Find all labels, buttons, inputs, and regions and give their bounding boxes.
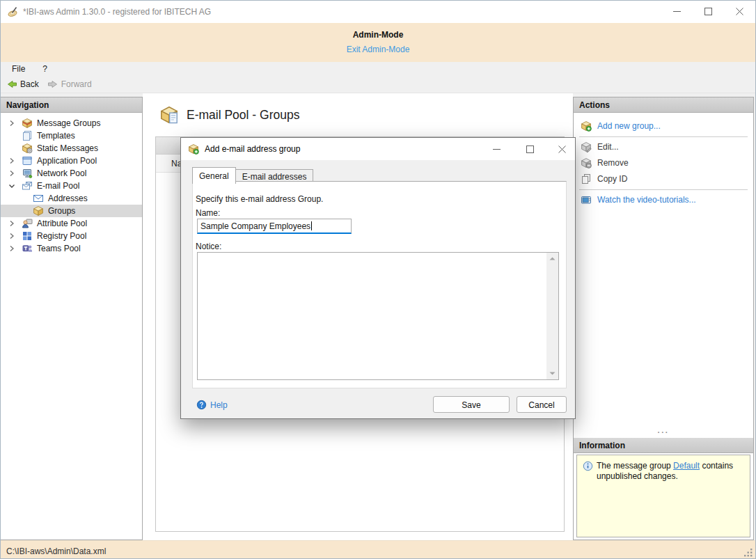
tree-item-teams-pool[interactable]: Teams Pool [1,242,142,255]
email-pool-icon [22,180,33,191]
save-button[interactable]: Save [433,396,510,413]
templates-icon [22,130,33,141]
resize-grip[interactable] [743,548,753,558]
back-button[interactable]: Back [2,77,43,91]
scroll-down-icon[interactable] [549,370,556,377]
static-messages-icon [22,143,33,154]
cancel-button[interactable]: Cancel [517,396,567,413]
copy-id-icon [581,173,592,184]
forward-arrow-icon [47,79,58,90]
tab-general[interactable]: General [192,167,236,184]
navigation-tree: Message Groups Templates Static Messages… [1,113,142,255]
chevron-right-icon[interactable] [6,168,17,179]
application-pool-icon [22,155,33,166]
forward-button[interactable]: Forward [43,77,96,91]
action-add-new-group[interactable]: Add new group... [574,118,753,134]
action-edit[interactable]: Edit... [574,139,753,155]
menu-help[interactable]: ? [36,63,54,75]
dialog-maximize-button[interactable] [517,140,543,158]
registry-pool-icon [22,230,33,242]
window-maximize-button[interactable] [693,1,724,22]
action-watch-video-tutorials[interactable]: Watch the video-tutorials... [574,192,753,207]
chevron-right-icon[interactable] [6,243,17,254]
help-link[interactable]: Help [196,400,228,410]
dialog-minimize-button[interactable] [483,140,510,158]
information-box: The message group Default contains unpub… [576,455,750,537]
panel-splitter-handle[interactable]: ··· [574,427,753,437]
tree-item-static-messages[interactable]: Static Messages [1,142,142,155]
dialog-close-button[interactable] [549,140,575,158]
menu-file[interactable]: File [6,63,31,75]
notice-label: Notice: [196,242,221,251]
add-email-address-group-dialog: Add e-mail address group General E-mail … [180,137,576,419]
tree-item-email-pool[interactable]: E-mail Pool [1,180,142,192]
navigation-panel: Navigation Message Groups Templates Stat… [1,97,143,540]
addresses-icon [33,193,44,204]
menu-bar: File ? [1,62,755,76]
attribute-pool-icon [22,218,33,229]
actions-separator [579,189,748,190]
navigation-header: Navigation [1,97,142,113]
actions-separator [579,136,748,137]
add-group-dialog-icon [188,143,199,155]
textarea-scrollbar[interactable] [546,253,558,379]
close-icon [736,8,743,15]
dialog-footer: Help Save Cancel [181,392,575,420]
window-minimize-button[interactable] [661,1,693,22]
edit-group-icon [581,141,592,152]
right-sidebar: Actions Add new group... Edit... Remove … [573,97,754,540]
remove-group-icon [581,157,592,168]
notice-textarea[interactable] [197,252,559,380]
app-icon [7,6,19,18]
action-copy-id[interactable]: Copy ID [574,171,753,187]
network-pool-icon [22,168,33,179]
minimize-icon [673,8,681,15]
tree-item-registry-pool[interactable]: Registry Pool [1,230,142,242]
page-heading: E-mail Pool - Groups [159,105,299,125]
groups-icon [33,205,44,216]
back-label: Back [20,79,39,89]
toolbar: Back Forward [1,76,755,93]
status-bar: C:\IBI-aws\Admin\Data.xml [1,540,755,559]
window-close-button[interactable] [724,1,755,22]
tree-item-attribute-pool[interactable]: Attribute Pool [1,217,142,230]
information-header: Information [574,438,753,453]
admin-mode-banner: Admin-Mode Exit Admin-Mode [1,23,755,62]
tree-item-addresses[interactable]: Addresses [1,192,142,205]
tv-icon [581,194,592,205]
minimize-icon [493,145,501,153]
information-message: The message group Default contains unpub… [597,461,744,482]
tree-item-groups[interactable]: Groups [1,205,142,217]
chevron-right-icon[interactable] [6,218,17,229]
teams-pool-icon [22,243,33,254]
forward-label: Forward [61,79,92,89]
maximize-icon [526,145,534,153]
name-label: Name: [196,208,220,218]
close-icon [558,145,566,153]
actions-header: Actions [574,97,753,113]
chevron-right-icon[interactable] [6,118,17,129]
tree-item-network-pool[interactable]: Network Pool [1,167,142,180]
tree-item-application-pool[interactable]: Application Pool [1,155,142,167]
email-pool-groups-icon [159,105,179,125]
chevron-right-icon[interactable] [6,230,17,242]
window-title: *IBI-aws Admin 1.30.0 - registered for I… [23,7,211,17]
dialog-description: Specify this e-mail address Group. [196,194,323,204]
default-group-link[interactable]: Default [673,461,700,471]
message-groups-icon [22,118,33,129]
chevron-down-icon[interactable] [6,180,17,191]
action-remove[interactable]: Remove [574,155,753,171]
text-caret [311,221,312,230]
maximize-icon [704,8,712,15]
tree-item-message-groups[interactable]: Message Groups [1,117,142,129]
exit-admin-mode-link[interactable]: Exit Admin-Mode [347,45,410,54]
page-title: E-mail Pool - Groups [187,108,299,123]
admin-mode-title: Admin-Mode [1,30,755,40]
chevron-right-icon[interactable] [6,155,17,166]
window-titlebar: *IBI-aws Admin 1.30.0 - registered for I… [1,1,755,23]
group-name-input[interactable]: Sample Company Employees [197,219,352,234]
tree-item-templates[interactable]: Templates [1,129,142,142]
scroll-up-icon[interactable] [549,255,556,262]
help-icon [196,400,207,410]
app-window: *IBI-aws Admin 1.30.0 - registered for I… [0,0,756,559]
